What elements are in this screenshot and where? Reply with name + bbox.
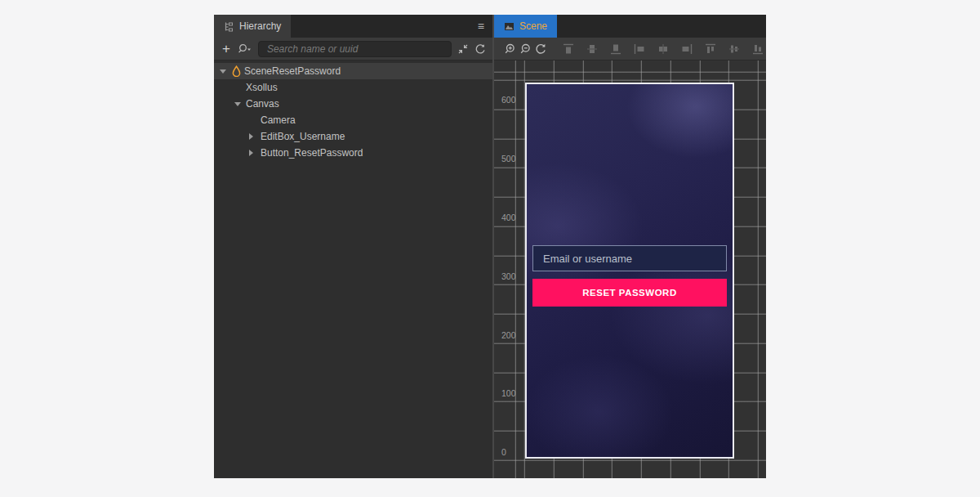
tree-node-xsollus[interactable]: Xsollus xyxy=(214,79,492,96)
tab-hierarchy-label: Hierarchy xyxy=(239,20,281,32)
tree-node-label: Xsollus xyxy=(246,82,278,93)
scene-tab-bar: Scene xyxy=(494,15,766,38)
scene-panel: Scene xyxy=(494,15,766,478)
distribute-v-center-icon[interactable] xyxy=(728,43,741,56)
email-username-field[interactable] xyxy=(532,245,727,271)
ruler-label: 600 xyxy=(501,95,516,105)
design-canvas-mockup[interactable]: RESET PASSWORD xyxy=(525,83,734,459)
ruler-label: 200 xyxy=(501,330,516,340)
tab-hierarchy[interactable]: Hierarchy xyxy=(214,15,291,38)
zoom-out-icon[interactable] xyxy=(519,43,532,56)
ruler-label: 300 xyxy=(501,271,516,281)
distribute-top-icon[interactable] xyxy=(704,43,717,56)
hierarchy-tree: SceneResetPassword Xsollus Canvas Camera… xyxy=(214,60,492,478)
expand-arrow-icon[interactable] xyxy=(220,69,231,74)
align-top-icon[interactable] xyxy=(562,43,575,56)
tree-node-editbox-username[interactable]: EditBox_Username xyxy=(214,128,492,145)
tree-node-label: SceneResetPassword xyxy=(244,65,341,77)
tab-scene[interactable]: Scene xyxy=(494,15,557,38)
tree-node-label: EditBox_Username xyxy=(261,131,345,142)
add-node-button[interactable]: + xyxy=(220,42,232,56)
hierarchy-panel: Hierarchy ≡ + SceneResetPasswo xyxy=(214,15,492,478)
align-left-icon[interactable] xyxy=(633,43,646,56)
hierarchy-tree-icon xyxy=(224,21,234,32)
ruler-label: 0 xyxy=(501,447,506,457)
tree-node-camera[interactable]: Camera xyxy=(214,112,492,128)
scene-asset-icon xyxy=(231,65,244,77)
reset-password-button[interactable]: RESET PASSWORD xyxy=(532,279,727,307)
collapse-all-icon[interactable] xyxy=(457,43,469,55)
distribute-bottom-icon[interactable] xyxy=(751,43,764,56)
editor-window: Hierarchy ≡ + SceneResetPasswo xyxy=(214,15,766,478)
hierarchy-tab-bar: Hierarchy ≡ xyxy=(214,15,492,38)
reset-view-icon[interactable] xyxy=(534,43,547,56)
collapse-arrow-icon[interactable] xyxy=(249,150,261,156)
align-bottom-icon[interactable] xyxy=(609,43,622,56)
scene-toolbar xyxy=(494,38,766,60)
align-v-center-icon[interactable] xyxy=(586,43,599,56)
tree-node-canvas[interactable]: Canvas xyxy=(214,96,492,112)
tree-node-scene-reset-password[interactable]: SceneResetPassword xyxy=(214,63,492,79)
search-filter-icon[interactable] xyxy=(238,43,252,55)
tree-node-label: Button_ResetPassword xyxy=(261,147,363,159)
ruler-label: 500 xyxy=(501,154,516,163)
scene-viewport[interactable]: 600 500 400 300 200 100 0 RESET PASSWORD xyxy=(494,60,766,478)
align-right-icon[interactable] xyxy=(680,43,693,56)
tree-node-label: Camera xyxy=(261,114,296,126)
zoom-in-icon[interactable] xyxy=(503,43,516,56)
ruler-label: 100 xyxy=(501,388,516,398)
align-h-center-icon[interactable] xyxy=(657,43,670,56)
tree-node-label: Canvas xyxy=(246,98,279,110)
collapse-arrow-icon[interactable] xyxy=(249,133,261,140)
hierarchy-panel-menu-icon[interactable]: ≡ xyxy=(470,15,492,38)
tree-node-button-resetpassword[interactable]: Button_ResetPassword xyxy=(214,145,492,161)
expand-arrow-icon[interactable] xyxy=(234,102,246,106)
search-input[interactable] xyxy=(258,41,452,57)
ruler-label: 400 xyxy=(501,213,516,222)
refresh-icon[interactable] xyxy=(474,43,486,55)
hierarchy-toolbar: + xyxy=(214,38,492,60)
scene-image-icon xyxy=(504,21,514,32)
tab-scene-label: Scene xyxy=(519,20,547,32)
